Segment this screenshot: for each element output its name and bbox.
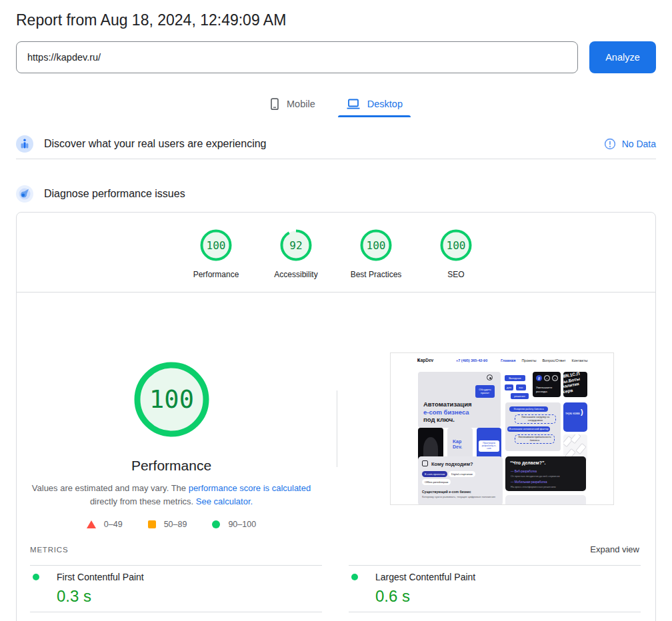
pass-range-label: 90–100 (228, 520, 256, 529)
preview-who-icon (422, 460, 428, 466)
preview-hero-heading: Автоматизация e-com бизнеса под ключ. (423, 400, 472, 424)
seo-score-label: SEO (447, 270, 464, 279)
preview-who-card: Кому подходим? E-com-проектам Digital-ст… (418, 456, 503, 505)
score-seo[interactable]: 100 SEO (416, 229, 496, 279)
average-range-label: 50–89 (164, 520, 187, 529)
preview-arrow-right-icon: → (552, 375, 558, 381)
url-input[interactable] (16, 41, 578, 73)
pagespeed-report: Report from Aug 18, 2024, 12:49:09 AM An… (0, 0, 672, 621)
score-disclaimer: Values are estimated and may vary. The p… (31, 482, 311, 508)
mobile-phone-icon (269, 98, 280, 111)
preview-phone: +7 (495) 365-42-90 (456, 358, 487, 362)
category-scores-row: 100 Performance 92 Accessibility (17, 229, 655, 279)
column-divider (337, 390, 337, 467)
metrics-heading: METRICS (30, 546, 68, 554)
preview-who-pill: Offline-ритейлерам (422, 479, 451, 485)
preview-arrow-left-icon: ← (544, 375, 550, 381)
metric-fcp: First Contentful Paint 0.3 s (30, 565, 322, 612)
discover-section-title: Discover what your real users are experi… (44, 138, 266, 150)
pass-circle-icon (212, 520, 220, 528)
preview-what-card: “Что делаем?”. — Веб-разработка От прост… (505, 456, 586, 491)
preview-hero-tile: Обсудить проект Автоматизация e-com бизн… (418, 372, 501, 428)
metric-pass-dot (33, 574, 39, 580)
accessibility-score-label: Accessibility (274, 270, 317, 279)
tab-mobile-label: Mobile (287, 99, 315, 109)
active-tab-underline (338, 115, 411, 117)
field-data-section-header: Discover what your real users are experi… (16, 134, 656, 154)
preview-offer-pill: вас (516, 384, 526, 390)
alert-circle-icon (604, 138, 616, 150)
preview-hero-button: Обсудить проект (475, 385, 495, 398)
tab-desktop-label: Desktop (367, 99, 403, 109)
preview-ring-icon (487, 374, 493, 380)
preview-nav-item: Главная (501, 358, 515, 362)
preview-costs-text: Уменьшаете расходы. (536, 386, 559, 393)
legend-pass: 90–100 (212, 520, 256, 529)
see-calculator-link[interactable]: See calculator. (196, 496, 253, 506)
device-tabs: Mobile Desktop (0, 91, 672, 117)
desktop-laptop-icon (346, 98, 361, 111)
preview-offer-pill: Выгодные (505, 375, 525, 381)
lighthouse-report-card: 100 Performance 92 Accessibility (16, 212, 656, 621)
site-screenshot-preview[interactable]: КKapDev +7 (495) 365-42-90 Главная Проек… (390, 352, 614, 505)
seo-score-value: 100 (440, 229, 472, 261)
metrics-grid: First Contentful Paint 0.3 s Largest Con… (30, 565, 641, 612)
accessibility-score-value: 92 (280, 229, 312, 261)
diagnose-section-header: Diagnose performance issues (16, 184, 656, 204)
no-data-status[interactable]: No Data (604, 138, 656, 150)
analyze-button[interactable]: Analyze (589, 41, 656, 73)
disclaimer-text-2: directly from these metrics. (90, 496, 196, 506)
score-accessibility[interactable]: 92 Accessibility (256, 229, 336, 279)
no-data-label: No Data (622, 139, 656, 149)
preview-benefit-pill: Увеличиваем прибыльность бизнеса (515, 434, 555, 444)
metric-fcp-name: First Contentful Paint (57, 572, 144, 582)
page-title: Report from Aug 18, 2024, 12:49:09 AM (16, 11, 286, 29)
preview-costs-tile: ₽ ← → Уменьшаете расходы. (533, 372, 561, 397)
performance-score-value: 100 (200, 229, 232, 261)
fail-range-label: 0–49 (104, 520, 123, 529)
disclaimer-text: Values are estimated and may vary. The (32, 483, 189, 493)
metric-lcp-value: 0.6 s (375, 587, 641, 606)
preview-next-card (505, 495, 586, 505)
preview-nav-item: Вопрос/Ответ (542, 358, 565, 362)
tab-mobile[interactable]: Mobile (259, 91, 326, 117)
metrics-header: METRICS Expand view (30, 544, 639, 554)
score-performance[interactable]: 100 Performance (176, 229, 256, 279)
best-practices-score-value: 100 (360, 229, 392, 261)
preview-who-pill: Digital-стартапам (449, 471, 475, 477)
average-square-icon (148, 520, 156, 528)
tab-desktop[interactable]: Desktop (335, 91, 413, 117)
preview-who-pill: E-com-проектам (422, 471, 447, 477)
main-performance-gauge: 100 (134, 362, 209, 437)
preview-ruble-icon: ₽ (536, 375, 542, 381)
preview-benefit-pill: Ускоряем работу бизнеса (509, 406, 548, 412)
fail-triangle-icon (87, 520, 96, 528)
preview-nav-item: Проекты (521, 358, 536, 362)
real-users-icon (16, 135, 33, 153)
legend-average: 50–89 (148, 520, 187, 529)
main-performance-label: Performance (17, 458, 326, 474)
preview-offer-pill: для (505, 384, 513, 390)
preview-nav: Главная Проекты Вопрос/Ответ Контакты (501, 358, 587, 362)
preview-keywords-tile: N8N.1C.П ны.Боты налитик серв (563, 372, 587, 397)
expand-view-button[interactable]: Expand view (590, 544, 639, 554)
metric-lcp: Largest Contentful Paint 0.6 s (349, 565, 641, 612)
preview-benefits-tile: Ускоряем работу бизнеса Уменьшаем нагруз… (505, 402, 561, 451)
preview-offer-pill: решения (511, 393, 529, 399)
legend-fail: 0–49 (87, 520, 123, 529)
section-divider (16, 159, 656, 159)
metric-fcp-value: 0.3 s (57, 587, 322, 606)
preview-benefit-pill: Исключаем человеческий фактор (507, 426, 550, 432)
performance-score-label: Performance (193, 270, 239, 279)
preview-benefit-pill: Уменьшаем нагрузку на сотрудников (515, 414, 556, 424)
score-legend: 0–49 50–89 90–100 (17, 520, 326, 529)
diagnose-section-title: Diagnose performance issues (44, 188, 185, 200)
main-performance-score: 100 (134, 362, 209, 437)
diagnose-radar-icon (16, 185, 33, 203)
best-practices-score-label: Best Practices (351, 270, 402, 279)
score-calc-link[interactable]: performance score is calculated (189, 483, 311, 493)
preview-team-tile: тную кома ) (563, 402, 587, 432)
preview-nav-item: Контакты (572, 358, 588, 362)
metric-lcp-name: Largest Contentful Paint (375, 572, 475, 582)
score-best-practices[interactable]: 100 Best Practices (336, 229, 416, 279)
